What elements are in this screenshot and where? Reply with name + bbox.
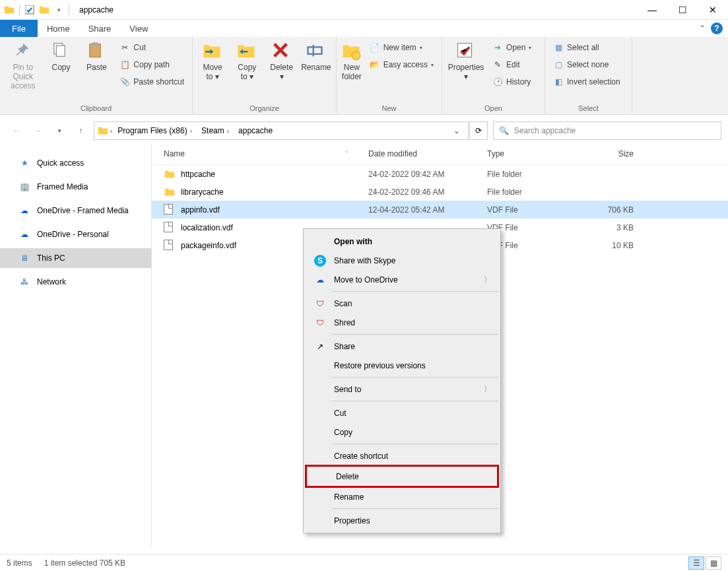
file-type: VDF File [487, 223, 586, 232]
refresh-button[interactable]: ⟳ [469, 121, 488, 140]
folder-icon [164, 168, 176, 180]
close-button[interactable]: ✕ [698, 0, 728, 20]
up-button[interactable]: ↑ [73, 123, 88, 139]
address-dropdown[interactable]: ⌄ [448, 126, 465, 135]
folder-icon [97, 125, 109, 137]
copy-to-icon [236, 41, 257, 62]
collapse-ribbon-icon[interactable]: ⌃ [699, 24, 706, 33]
file-row[interactable]: librarycache24-02-2022 09:46 AMFile fold… [152, 183, 728, 201]
properties-button[interactable]: Properties ▾ [446, 38, 486, 82]
tab-home[interactable]: Home [38, 20, 79, 37]
context-menu: Open with SShare with Skype ☁Move to One… [303, 228, 501, 533]
shield-icon: 🛡 [314, 298, 326, 310]
breadcrumb-item[interactable]: Steam› [197, 126, 233, 135]
column-headers[interactable]: Name˄ Date modified Type Size [152, 143, 728, 165]
ctx-copy[interactable]: Copy [305, 422, 499, 442]
edit-button[interactable]: ✎Edit [488, 57, 535, 73]
pin-quick-access-button[interactable]: Pin to Quick access [4, 38, 42, 90]
new-folder-icon [341, 41, 362, 62]
sidebar-item-network[interactable]: 🖧 Network [0, 272, 151, 292]
ctx-restore-versions[interactable]: Restore previous versions [305, 356, 499, 375]
ctx-rename[interactable]: Rename [305, 487, 499, 506]
sidebar-item-quick-access[interactable]: ★ Quick access [0, 153, 151, 173]
sidebar-item-onedrive-framed[interactable]: ☁ OneDrive - Framed Media [0, 201, 151, 220]
details-view-button[interactable]: ☰ [688, 556, 704, 570]
new-item-button[interactable]: 📄New item [366, 40, 438, 55]
copy-button[interactable]: Copy [45, 38, 78, 73]
shield-icon: 🛡 [314, 317, 326, 329]
network-icon: 🖧 [18, 276, 30, 288]
folder-icon [3, 3, 16, 17]
file-type: VDF File [487, 241, 586, 250]
move-to-icon [202, 41, 223, 62]
group-label: Select [549, 103, 628, 114]
file-row[interactable]: httpcache24-02-2022 09:42 AMFile folder [152, 165, 728, 183]
delete-button[interactable]: Delete ▾ [266, 38, 298, 82]
tab-file[interactable]: File [0, 20, 38, 37]
sidebar-item-onedrive-personal[interactable]: ☁ OneDrive - Personal [0, 224, 151, 244]
ctx-move-onedrive[interactable]: ☁Move to OneDrive〉 [305, 270, 499, 289]
search-input[interactable]: 🔍 Search appcache [493, 121, 721, 140]
ctx-send-to[interactable]: Send to〉 [305, 380, 499, 399]
checkbox-icon[interactable] [23, 3, 36, 17]
forward-button[interactable]: → [30, 123, 46, 139]
maximize-button[interactable]: ☐ [667, 0, 698, 20]
ctx-properties[interactable]: Properties [305, 511, 499, 530]
invert-selection-button[interactable]: ◧Invert selection [549, 74, 624, 90]
copy-path-button[interactable]: 📋Copy path [116, 57, 188, 73]
paste-button[interactable]: Paste [80, 38, 113, 73]
tab-view[interactable]: View [120, 20, 157, 37]
select-none-button[interactable]: ▢Select none [549, 57, 624, 73]
cut-button[interactable]: ✂Cut [116, 40, 188, 55]
dropdown-icon[interactable]: ▾ [52, 3, 65, 17]
column-date: Date modified [368, 149, 487, 158]
column-size: Size [586, 149, 645, 158]
history-button[interactable]: 🕑History [488, 74, 535, 90]
scissors-icon: ✂ [119, 42, 130, 53]
cloud-icon: ☁ [18, 228, 30, 240]
file-row[interactable]: appinfo.vdf12-04-2022 05:42 AMVDF File70… [152, 201, 728, 218]
help-icon[interactable]: ? [711, 22, 723, 34]
file-size: 10 KB [586, 241, 645, 250]
ctx-cut[interactable]: Cut [305, 403, 499, 422]
sidebar-item-framed-media[interactable]: 🏢 Framed Media [0, 177, 151, 197]
address-bar[interactable]: › Program Files (x86)› Steam› appcache ⌄ [94, 121, 469, 140]
ctx-scan[interactable]: 🛡Scan [305, 294, 499, 313]
svg-rect-5 [308, 47, 321, 54]
ctx-shred[interactable]: 🛡Shred [305, 313, 499, 332]
folder-icon[interactable] [38, 3, 51, 17]
ctx-share[interactable]: ↗Share [305, 337, 499, 356]
move-to-button[interactable]: Move to ▾ [197, 38, 228, 82]
minimize-button[interactable]: — [637, 0, 667, 20]
ctx-open-with[interactable]: Open with [305, 232, 499, 251]
easy-access-button[interactable]: 📂Easy access [366, 57, 438, 73]
thumbnails-view-button[interactable]: ▦ [706, 556, 721, 570]
file-date: 24-02-2022 09:42 AM [368, 170, 487, 179]
new-folder-button[interactable]: New folder [341, 38, 363, 82]
tab-share[interactable]: Share [79, 20, 121, 37]
ctx-share-skype[interactable]: SShare with Skype [305, 251, 499, 270]
recent-dropdown[interactable]: ▾ [51, 123, 67, 139]
select-all-button[interactable]: ▦Select all [549, 40, 624, 55]
group-label: Open [446, 103, 541, 114]
nav-bar: ← → ▾ ↑ › Program Files (x86)› Steam› ap… [0, 119, 728, 143]
pc-icon: 🖥 [18, 252, 30, 264]
svg-rect-2 [57, 46, 65, 56]
skype-icon: S [314, 255, 326, 267]
rename-button[interactable]: Rename [300, 38, 332, 73]
paste-shortcut-button[interactable]: 📎Paste shortcut [116, 74, 188, 90]
open-button[interactable]: ➔Open [488, 40, 535, 55]
svg-point-7 [352, 51, 360, 60]
folder-icon [164, 186, 176, 198]
breadcrumb-item[interactable]: appcache [234, 126, 277, 135]
copy-to-button[interactable]: Copy to ▾ [231, 38, 263, 82]
file-name: librarycache [181, 187, 368, 197]
sidebar-item-this-pc[interactable]: 🖥 This PC [0, 248, 151, 268]
breadcrumb-item[interactable]: Program Files (x86)› [114, 126, 196, 135]
select-all-icon: ▦ [553, 42, 564, 53]
ctx-create-shortcut[interactable]: Create shortcut [305, 446, 499, 465]
invert-selection-icon: ◧ [553, 77, 564, 87]
back-button[interactable]: ← [9, 123, 25, 139]
ctx-delete[interactable]: Delete [307, 467, 497, 486]
paste-icon [86, 41, 107, 62]
